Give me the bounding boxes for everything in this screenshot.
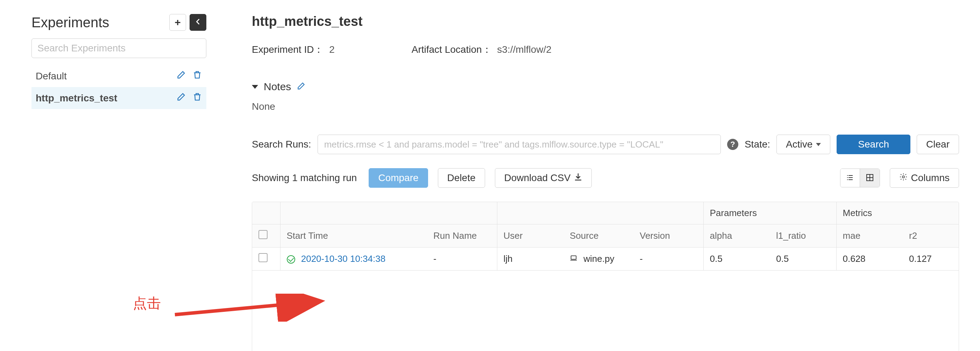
experiment-name: http_metrics_test [36,93,117,104]
select-all-checkbox[interactable] [258,230,267,239]
cell-user: ljh [497,248,563,271]
column-group-metrics: Metrics [836,202,959,224]
cell-alpha: 0.5 [703,248,770,271]
download-icon [574,172,582,184]
chevron-left-icon [194,17,202,28]
columns-label: Columns [911,172,950,184]
cell-run-name: - [427,248,497,271]
main-content: http_metrics_test Experiment ID： 2 Artif… [252,14,959,351]
svg-point-1 [902,176,904,178]
sidebar: Experiments + Default [32,14,206,109]
experiment-item-default[interactable]: Default [32,65,206,87]
annotation-text: 点击 [133,294,161,313]
svg-line-3 [175,301,318,314]
matching-runs-text: Showing 1 matching run [252,172,357,184]
cell-version: - [633,248,703,271]
clear-button[interactable]: Clear [917,135,959,154]
state-selected: Active [786,139,813,150]
row-checkbox[interactable] [258,253,267,262]
download-csv-button[interactable]: Download CSV [495,168,592,188]
col-l1-ratio[interactable]: l1_ratio [770,224,836,248]
experiment-id-label: Experiment ID： [252,44,323,55]
state-label: State: [745,139,770,150]
add-experiment-button[interactable]: + [169,14,186,31]
col-version[interactable]: Version [633,224,703,248]
trash-icon[interactable] [192,92,202,104]
edit-notes-icon[interactable] [297,81,306,92]
delete-button[interactable]: Delete [438,168,485,188]
col-r2[interactable]: r2 [903,224,959,248]
caret-down-icon[interactable] [252,85,258,89]
page-title: http_metrics_test [252,14,959,29]
search-runs-label: Search Runs: [252,139,311,150]
compare-button[interactable]: Compare [369,168,428,188]
artifact-location-value: s3://mlflow/2 [497,44,552,55]
runs-table: Parameters Metrics Start Time Run Name U… [252,202,959,351]
cell-l1-ratio: 0.5 [770,248,836,271]
list-view-button[interactable] [840,169,860,187]
search-experiments-input[interactable] [32,38,206,58]
grid-view-button[interactable] [860,169,880,187]
run-start-time-link[interactable]: 2020-10-30 10:34:38 [301,254,385,264]
plus-icon: + [175,16,181,28]
experiment-name: Default [36,71,67,82]
notes-label: Notes [264,81,291,93]
experiment-id-value: 2 [329,44,335,55]
col-alpha[interactable]: alpha [703,224,770,248]
caret-down-icon [816,143,821,146]
laptop-icon [570,254,580,264]
list-icon [846,173,854,183]
edit-icon[interactable] [176,92,186,104]
column-group-parameters: Parameters [703,202,836,224]
col-mae[interactable]: mae [836,224,903,248]
notes-content: None [252,101,959,112]
view-toggle [840,168,880,187]
collapse-sidebar-button[interactable] [189,14,206,31]
annotation-arrow [171,294,329,322]
download-csv-label: Download CSV [504,172,571,184]
col-run-name[interactable]: Run Name [427,224,497,248]
trash-icon[interactable] [192,70,202,82]
col-user[interactable]: User [497,224,563,248]
cell-mae: 0.628 [836,248,903,271]
search-button[interactable]: Search [837,135,910,154]
svg-rect-2 [571,256,576,259]
cell-r2: 0.127 [903,248,959,271]
col-start-time[interactable]: Start Time [280,224,427,248]
table-row[interactable]: 2020-10-30 10:34:38 - ljh wine.py - 0.5 [252,248,959,271]
experiment-item-http-metrics-test[interactable]: http_metrics_test [32,87,206,109]
col-source[interactable]: Source [563,224,633,248]
search-runs-input[interactable] [318,135,721,154]
grid-icon [865,173,874,183]
columns-button[interactable]: Columns [890,168,959,188]
artifact-location-label: Artifact Location： [412,44,492,55]
help-icon[interactable]: ? [727,139,738,150]
state-dropdown[interactable]: Active [776,135,830,154]
status-success-icon [287,255,295,264]
gear-icon [899,172,908,184]
edit-icon[interactable] [176,70,186,82]
cell-source: wine.py [583,254,614,264]
sidebar-title: Experiments [32,15,109,30]
